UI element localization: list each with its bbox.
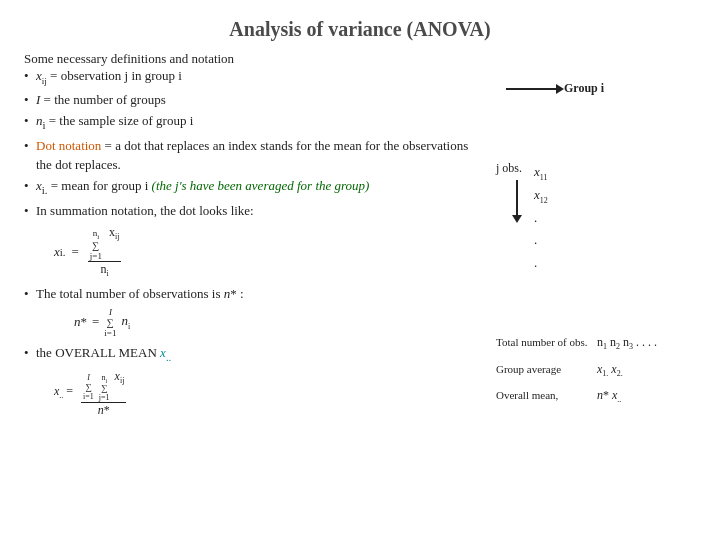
nstar-colon: : [240,286,244,301]
sum-to-ni: ni [93,228,99,241]
bullet-5-text: = mean for group i [51,178,152,193]
overall-xij: xij [115,369,125,383]
overall-formula-fraction: I ∑ i=1 ni ∑ j=1 xij n* [81,369,126,419]
down-arrow [512,180,522,223]
overall-mean-sub: .. [166,350,171,362]
sub-ij: ij [42,76,47,86]
bullet-nstar-list: The total number of observations is n* : [24,285,486,304]
bullet-3-text: = the sample size of group i [49,113,194,128]
dot-notation-term: Dot notation [36,138,101,153]
inner-sum-to: ni [101,373,107,384]
bullet-overall-text: the OVERALL MEAN [36,345,160,360]
total-obs-label: Total number of obs. [496,335,591,349]
bullet-3: ni = the sample size of group i [24,112,486,133]
nstar-sum-symbol: I ∑ i=1 [104,307,116,338]
sum-symbol: ∑ [92,240,99,251]
brt-row-3: Overall mean, n* x.. [496,388,696,404]
bullet-1: xij = observation j in group i [24,67,486,88]
bullet-4: Dot notation = a dot that replaces an in… [24,137,486,175]
j-obs-label: j obs. [496,161,522,176]
j-obs-label-wrapper: j obs. [496,161,526,223]
formula-denominator: ni [98,262,110,278]
brt-row-2: Group average x1. x2. [496,362,696,378]
formula-fraction: ni ∑ j=1 xij ni [88,225,122,279]
bullet-2: I = the number of groups [24,91,486,110]
brt-row-1: Total number of obs. n1 n2 n3 . . . . [496,335,696,351]
formula-lhs-sub: i. [60,246,66,258]
bullet-5: xi. = mean for group i (the j's have bee… [24,177,486,198]
sub-i: i [43,119,46,131]
overall-num: I ∑ i=1 ni ∑ j=1 xij [81,369,126,404]
overall-formula-block: x.. = I ∑ i=1 ni ∑ j=1 [54,369,486,419]
outer-sum-from: i=1 [83,392,94,401]
obs-dot3: . [534,252,548,274]
outer-sum-to: I [87,373,90,382]
nstar-sum-to: I [109,307,112,317]
page: Analysis of variance (ANOVA) Some necess… [0,0,720,540]
total-obs-value: n1 n2 n3 . . . . [597,335,657,351]
overall-mean-value: n* x.. [597,388,621,404]
arrow-line [516,180,518,215]
group-i-arrow [506,88,556,90]
bottom-table: Total number of obs. n1 n2 n3 . . . . Gr… [496,335,696,404]
nstar-ni: ni [121,313,130,331]
nstar-star: * [230,286,237,301]
formula-numerator: ni ∑ j=1 xij [88,225,122,263]
group-i-label: Group i [564,81,604,96]
nstar-sum-from: i=1 [104,328,116,338]
nstar-eq: = [92,314,99,330]
bullet-1-text: = observation j in group i [50,68,182,83]
sum-from-j: j=1 [90,251,102,261]
bullet-6-text: In summation notation, the dot looks lik… [36,203,254,218]
bullet-5-green: (the j's have been averaged for the grou… [152,178,370,193]
page-title: Analysis of variance (ANOVA) [24,18,696,41]
overall-lhs-label: x.. = [54,384,73,400]
bullet-nstar-text: The total number of observations is [36,286,224,301]
overall-formula-lhs: x.. = [54,384,73,402]
outer-sigma: ∑ [85,382,91,392]
overall-den: n* [96,403,112,418]
obs-x12: x12 [534,184,548,207]
j-obs-section: j obs. x11 x12 . . . [496,161,696,274]
inner-sigma: ∑ [101,383,107,393]
nstar-star2: * [81,314,88,330]
arrow-head [556,84,564,94]
nstar-formula-block: n* = I ∑ i=1 ni [74,307,486,338]
bullet-overall: the OVERALL MEAN x.. [24,344,486,365]
right-column: Group i j obs. x11 x12 . . . [496,51,696,424]
sub-idot: i. [42,184,48,196]
bullet-nstar: The total number of observations is n* : [24,285,486,304]
overall-mean-label: Overall mean, [496,388,591,402]
group-i-header: Group i [506,81,696,96]
nstar-sigma: ∑ [107,317,114,328]
obs-dot2: . [534,229,548,251]
group-avg-label: Group average [496,362,591,376]
obs-dot1: . [534,207,548,229]
arrow-tip [512,215,522,223]
bullet-2-text: = the number of groups [44,92,166,107]
formula-xi-block: xi. = ni ∑ j=1 xij ni [54,225,486,279]
inner-sum-from: j=1 [99,393,110,402]
left-column: Some necessary definitions and notation … [24,51,496,424]
group-avg-value: x1. x2. [597,362,623,378]
bullet-list: xij = observation j in group i I = the n… [24,67,486,221]
sum-xij: xij [109,225,119,239]
formula-equals: = [72,244,79,260]
intro-text: Some necessary definitions and notation [24,51,486,67]
obs-x11: x11 [534,161,548,184]
var-I: I [36,92,40,107]
bullet-6: In summation notation, the dot looks lik… [24,202,486,221]
obs-values-list: x11 x12 . . . [534,161,548,274]
bullet-4-text: = a dot that replaces an index stands fo… [36,138,468,172]
bullet-overall-list: the OVERALL MEAN x.. [24,344,486,365]
